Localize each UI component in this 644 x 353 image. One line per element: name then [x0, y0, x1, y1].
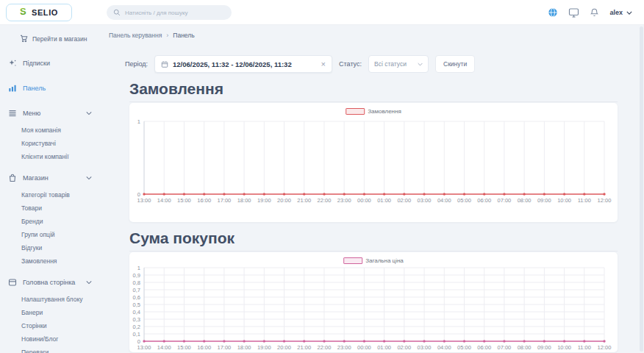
- svg-text:11:00: 11:00: [578, 344, 591, 351]
- sidebar-item-store[interactable]: Магазин: [0, 167, 99, 188]
- sidebar-item-product-categories[interactable]: Категорії товарів: [0, 188, 99, 202]
- purchase-sum-chart-legend[interactable]: Загальна ціна: [343, 257, 404, 264]
- chevron-down-icon: [626, 11, 632, 15]
- sidebar-item-orders[interactable]: Замовлення: [0, 254, 99, 268]
- user-name: alex: [609, 9, 623, 16]
- svg-text:13:00: 13:00: [137, 197, 151, 204]
- svg-text:00:00: 00:00: [357, 197, 371, 204]
- sidebar-item-label: Перейти в магазин: [32, 35, 87, 43]
- section-title-purchase-sum: Сума покупок: [129, 229, 618, 252]
- sidebar-item-brands[interactable]: Бренди: [0, 215, 99, 228]
- search-icon: [113, 9, 121, 16]
- sidebar-item-users[interactable]: Користувачі: [0, 137, 99, 150]
- sidebar-item-advantages[interactable]: Переваги: [0, 346, 99, 353]
- svg-text:01:00: 01:00: [377, 197, 391, 204]
- page-scrollbar[interactable]: [640, 26, 643, 352]
- svg-text:22:00: 22:00: [318, 197, 332, 204]
- svg-text:16:00: 16:00: [197, 344, 211, 351]
- svg-text:02:00: 02:00: [397, 344, 411, 351]
- status-label: Статус:: [339, 60, 362, 68]
- svg-text:18:00: 18:00: [237, 344, 251, 351]
- svg-text:1: 1: [137, 118, 140, 125]
- sidebar-item-label: Новини/Блог: [21, 335, 58, 343]
- status-select[interactable]: Всі статуси: [368, 55, 429, 73]
- svg-text:22:00: 22:00: [318, 344, 332, 351]
- sidebar-item-label: Панель: [23, 85, 46, 92]
- sidebar-item-label: Сторінки: [21, 322, 46, 329]
- main-content: Панель керування › Панель Період: 12/06/…: [107, 25, 630, 352]
- sidebar-item-label: Категорії товарів: [21, 191, 70, 199]
- svg-text:1: 1: [137, 265, 140, 271]
- search-input[interactable]: Натисніть / для пошуку: [107, 5, 232, 20]
- svg-text:09:00: 09:00: [537, 344, 551, 351]
- svg-text:23:00: 23:00: [337, 344, 351, 351]
- sidebar-item-pages[interactable]: Сторінки: [0, 319, 99, 332]
- breadcrumb: Панель керування › Панель: [109, 32, 630, 39]
- sidebar-item-reviews[interactable]: Відгуки: [0, 241, 99, 254]
- svg-text:21:00: 21:00: [297, 344, 311, 351]
- svg-text:19:00: 19:00: [257, 344, 271, 351]
- svg-text:14:00: 14:00: [157, 344, 171, 351]
- breadcrumb-item-dashboard[interactable]: Панель керування: [109, 32, 162, 39]
- sidebar-item-label: Користувачі: [21, 140, 56, 147]
- svg-text:0,1: 0,1: [133, 331, 140, 338]
- sidebar-item-block-settings[interactable]: Налаштування блоку: [0, 293, 99, 306]
- svg-text:21:00: 21:00: [297, 197, 311, 204]
- sidebar-item-company-clients[interactable]: Клієнти компанії: [0, 150, 99, 163]
- sidebar-item-banners[interactable]: Банери: [0, 306, 99, 319]
- chevron-down-icon: [86, 111, 92, 115]
- svg-text:0,6: 0,6: [133, 294, 140, 301]
- svg-text:07:00: 07:00: [498, 344, 512, 351]
- sidebar-item-menu[interactable]: Меню: [0, 102, 99, 124]
- user-menu[interactable]: alex: [609, 9, 632, 16]
- monitor-icon[interactable]: [568, 7, 579, 18]
- svg-text:01:00: 01:00: [377, 344, 391, 351]
- svg-text:03:00: 03:00: [418, 344, 432, 351]
- logo-text: SELIO: [32, 8, 58, 17]
- period-range-input[interactable]: 12/06/2025, 11:32 - 12/06/2025, 11:32 ×: [154, 55, 332, 73]
- bell-icon[interactable]: [590, 7, 599, 18]
- svg-text:18:00: 18:00: [237, 197, 251, 204]
- app-root: S SELIO Натисніть / для пошуку alex Пере…: [0, 0, 644, 353]
- bar-chart-icon: [8, 84, 17, 93]
- window-icon: [8, 278, 17, 287]
- svg-text:0,2: 0,2: [133, 324, 140, 330]
- filter-bar: Період: 12/06/2025, 11:32 - 12/06/2025, …: [107, 55, 630, 73]
- clear-period-icon[interactable]: ×: [321, 60, 326, 68]
- logo[interactable]: S SELIO: [6, 4, 72, 21]
- orders-chart-card: Замовлення 1013:0014:0015:0016:0017:0018…: [129, 103, 618, 222]
- legend-swatch: [343, 257, 362, 264]
- reset-button[interactable]: Скинути: [435, 55, 475, 73]
- sidebar-item-option-groups[interactable]: Групи опцій: [0, 228, 99, 241]
- sidebar-item-subscriptions[interactable]: Підписки: [0, 52, 99, 74]
- svg-text:06:00: 06:00: [477, 344, 491, 351]
- svg-text:09:00: 09:00: [537, 197, 551, 204]
- globe-icon[interactable]: [548, 7, 558, 18]
- sidebar-item-label: Бренди: [21, 218, 43, 225]
- purchase-sum-line-chart: 10,90,80,70,60,50,40,30,20,1013:0014:001…: [129, 252, 618, 352]
- status-value: Всі статуси: [374, 60, 407, 68]
- svg-text:07:00: 07:00: [498, 197, 512, 204]
- orders-chart-legend[interactable]: Замовлення: [346, 108, 401, 115]
- sidebar-item-label: Переваги: [21, 349, 49, 353]
- orders-line-chart: 1013:0014:0015:0016:0017:0018:0019:0020:…: [129, 103, 618, 219]
- svg-text:05:00: 05:00: [457, 344, 471, 351]
- svg-text:0,8: 0,8: [133, 279, 140, 286]
- legend-swatch: [346, 108, 365, 115]
- svg-text:17:00: 17:00: [218, 344, 232, 351]
- svg-text:13:00: 13:00: [137, 344, 151, 351]
- sidebar-item-go-to-store[interactable]: Перейти в магазин: [0, 29, 99, 49]
- sidebar-item-dashboard[interactable]: Панель: [0, 77, 99, 99]
- sidebar: Перейти в магазинПідпискиПанельМенюМоя к…: [0, 25, 99, 353]
- sidebar-item-home-page[interactable]: Головна сторінка: [0, 271, 99, 293]
- sidebar-item-label: Товари: [21, 204, 42, 212]
- legend-label: Замовлення: [368, 108, 401, 115]
- svg-text:0,7: 0,7: [133, 287, 140, 293]
- purchase-sum-chart-card: Загальна ціна 10,90,80,70,60,50,40,30,20…: [129, 252, 618, 352]
- top-header: S SELIO Натисніть / для пошуку alex: [0, 0, 644, 25]
- sidebar-item-news-blog[interactable]: Новини/Блог: [0, 332, 99, 346]
- sidebar-item-my-company[interactable]: Моя компанія: [0, 124, 99, 137]
- sidebar-item-products[interactable]: Товари: [0, 202, 99, 215]
- section-title-orders: Замовлення: [129, 79, 618, 102]
- svg-text:15:00: 15:00: [177, 197, 191, 204]
